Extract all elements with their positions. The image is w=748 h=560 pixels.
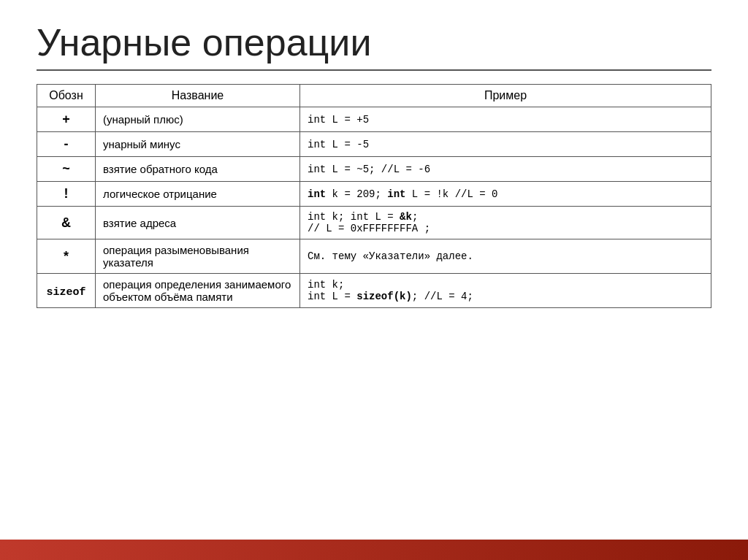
- example-cell: См. тему «Указатели» далее.: [300, 239, 711, 274]
- operations-table: Обозн Название Пример + (унарный плюс) i…: [37, 84, 711, 308]
- sign-cell: +: [37, 107, 96, 132]
- example-cell: int L = ~5; //L = -6: [300, 157, 711, 182]
- slide-title: Унарные операции: [37, 22, 711, 71]
- table-row: - унарный минус int L = -5: [37, 132, 711, 157]
- table-row: ! логическое отрицание int k = 209; int …: [37, 182, 711, 207]
- example-cell: int k; int L = &k; // L = 0xFFFFFFFFA ;: [300, 207, 711, 239]
- table-row: sizeof операция определения занимаемого …: [37, 274, 711, 308]
- sign-cell: !: [37, 182, 96, 207]
- sign-cell: *: [37, 239, 96, 274]
- name-cell: унарный минус: [96, 132, 300, 157]
- name-cell: взятие адреса: [96, 207, 300, 239]
- sign-cell: &: [37, 207, 96, 239]
- header-example: Пример: [300, 85, 711, 107]
- example-cell: int k = 209; int L = !k //L = 0: [300, 182, 711, 207]
- name-cell: логическое отрицание: [96, 182, 300, 207]
- table-row: ~ взятие обратного кода int L = ~5; //L …: [37, 157, 711, 182]
- sign-cell: sizeof: [37, 274, 96, 308]
- title-section: Унарные операции: [37, 22, 711, 71]
- name-cell: (унарный плюс): [96, 107, 300, 132]
- bottom-bar: [0, 540, 748, 560]
- name-cell: операция определения занимаемого объекто…: [96, 274, 300, 308]
- table-row: & взятие адреса int k; int L = &k; // L …: [37, 207, 711, 239]
- sign-cell: ~: [37, 157, 96, 182]
- name-cell: операция разыменовывания указателя: [96, 239, 300, 274]
- header-name: Название: [96, 85, 300, 107]
- header-sign: Обозн: [37, 85, 96, 107]
- sign-cell: -: [37, 132, 96, 157]
- table-row: + (унарный плюс) int L = +5: [37, 107, 711, 132]
- example-cell: int k; int L = sizeof(k); //L = 4;: [300, 274, 711, 308]
- example-cell: int L = -5: [300, 132, 711, 157]
- example-cell: int L = +5: [300, 107, 711, 132]
- name-cell: взятие обратного кода: [96, 157, 300, 182]
- table-row: * операция разыменовывания указателя См.…: [37, 239, 711, 274]
- slide: Унарные операции Обозн Название Пример +…: [0, 0, 748, 540]
